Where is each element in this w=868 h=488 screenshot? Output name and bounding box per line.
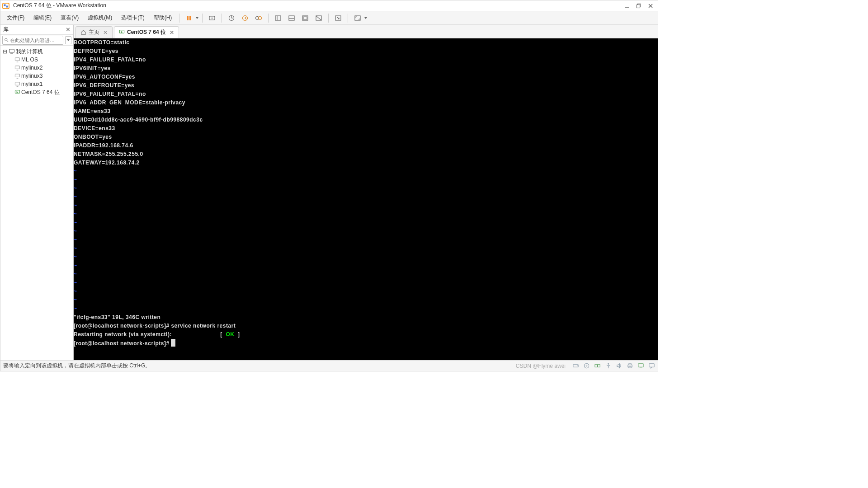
display-icon[interactable] (637, 362, 644, 370)
vm-icon (14, 73, 20, 79)
tree-item-label: mylinux2 (21, 65, 42, 71)
tree-item-mylinux3[interactable]: mylinux3 (1, 72, 72, 80)
tree-item-mylinux1[interactable]: mylinux1 (1, 80, 72, 88)
separator (222, 14, 222, 23)
vm-running-icon (14, 89, 20, 95)
svg-rect-0 (3, 3, 9, 9)
svg-rect-2 (6, 5, 8, 7)
svg-rect-33 (9, 49, 14, 52)
tab-centos7[interactable]: CentOS 7 64 位 ✕ (114, 26, 179, 38)
svg-point-30 (5, 38, 7, 41)
svg-point-12 (212, 17, 213, 19)
svg-rect-37 (15, 66, 19, 69)
status-text: 要将输入定向到该虚拟机，请在虚拟机内部单击或按 Ctrl+G。 (3, 362, 151, 370)
restore-button[interactable] (635, 2, 642, 9)
cd-dvd-icon[interactable] (583, 362, 590, 370)
svg-point-48 (577, 366, 578, 366)
svg-rect-5 (637, 5, 640, 8)
show-thumbnail-icon[interactable] (286, 12, 297, 24)
printer-icon[interactable] (626, 362, 633, 370)
tree-item-label: CentOS 7 64 位 (21, 89, 60, 96)
separator (348, 14, 348, 23)
minimize-button[interactable] (623, 2, 631, 9)
sidebar-close-icon[interactable]: ✕ (66, 26, 71, 33)
unity-mode-icon[interactable] (332, 12, 344, 24)
svg-rect-57 (628, 364, 631, 365)
status-bar: 要将输入定向到该虚拟机，请在虚拟机内部单击或按 Ctrl+G。 CSDN @Fl… (0, 360, 658, 371)
tab-bar: 主页 ✕ CentOS 7 64 位 ✕ (74, 25, 658, 38)
svg-rect-35 (15, 57, 19, 61)
svg-marker-46 (121, 31, 123, 33)
menu-tabs[interactable]: 选项卡(T) (117, 12, 149, 23)
svg-rect-9 (189, 16, 191, 20)
svg-rect-59 (638, 364, 643, 367)
search-input[interactable] (10, 38, 61, 43)
svg-line-26 (316, 16, 321, 20)
show-console-icon[interactable] (299, 12, 311, 24)
tree-item-mlos[interactable]: ML OS (1, 56, 72, 64)
snapshot-revert-icon[interactable] (239, 12, 251, 24)
fullscreen-dropdown[interactable] (363, 16, 368, 20)
separator (328, 14, 329, 23)
svg-rect-41 (15, 82, 19, 85)
svg-marker-32 (67, 39, 70, 41)
vm-tree: ⊟ 我的计算机 ML OS mylinux2 mylinux3 (0, 46, 73, 360)
tab-close-icon[interactable]: ✕ (103, 29, 108, 36)
expand-toggle-icon[interactable]: ⊟ (2, 48, 8, 55)
watermark-text: CSDN @Flyme awei (516, 363, 566, 369)
terminal-view[interactable]: BOOTPROTO=staticDEFROUTE=yesIPV4_FAILURE… (74, 38, 658, 360)
search-icon (4, 38, 9, 42)
tree-item-mylinux2[interactable]: mylinux2 (1, 64, 72, 72)
close-button[interactable] (647, 2, 654, 9)
snapshot-take-icon[interactable] (226, 12, 237, 24)
usb-controller-icon[interactable] (604, 362, 612, 370)
title-bar: CentOS 7 64 位 - VMware Workstation (0, 0, 658, 11)
tree-root-label: 我的计算机 (16, 48, 43, 56)
menu-view[interactable]: 查看(V) (56, 12, 83, 23)
menu-help[interactable]: 帮助(H) (149, 12, 177, 23)
home-icon (80, 29, 86, 35)
svg-marker-55 (617, 364, 619, 368)
svg-marker-29 (364, 17, 367, 19)
svg-marker-10 (196, 17, 198, 19)
svg-point-50 (586, 365, 587, 366)
library-sidebar: 库 ✕ ⊟ 我的计算机 ML OS (0, 25, 74, 360)
vmware-app-icon (2, 2, 9, 9)
snapshot-manager-icon[interactable] (253, 12, 264, 24)
separator (268, 14, 269, 23)
sound-card-icon[interactable] (615, 362, 623, 370)
network-adapter-icon[interactable] (594, 362, 601, 370)
tab-close-icon[interactable]: ✕ (170, 29, 174, 36)
search-dropdown[interactable] (65, 36, 71, 44)
tree-root-my-computer[interactable]: ⊟ 我的计算机 (1, 47, 72, 56)
stretch-guest-icon[interactable] (313, 12, 325, 24)
show-library-icon[interactable] (272, 12, 284, 24)
tab-label: CentOS 7 64 位 (127, 28, 166, 36)
svg-rect-21 (289, 16, 294, 20)
tree-item-label: mylinux3 (21, 73, 42, 79)
svg-rect-52 (598, 365, 600, 367)
menu-vm[interactable]: 虚拟机(M) (83, 12, 117, 23)
svg-marker-44 (16, 91, 18, 93)
svg-rect-24 (303, 17, 307, 19)
hard-disk-icon[interactable] (572, 362, 579, 370)
svg-line-31 (7, 41, 8, 42)
search-box[interactable] (2, 36, 63, 45)
vm-running-icon (119, 29, 125, 35)
window-title: CentOS 7 64 位 - VMware Workstation (13, 2, 623, 9)
svg-rect-1 (4, 4, 6, 6)
tree-item-label: ML OS (21, 56, 38, 63)
svg-rect-39 (15, 74, 19, 77)
power-dropdown[interactable] (195, 16, 199, 20)
pause-button[interactable] (183, 12, 195, 24)
tree-item-label: mylinux1 (21, 81, 42, 87)
message-log-icon[interactable] (648, 362, 655, 370)
menubar: 文件(F) 编辑(E) 查看(V) 虚拟机(M) 选项卡(T) 帮助(H) (0, 11, 658, 25)
fullscreen-icon[interactable] (352, 12, 363, 24)
computer-icon (9, 48, 15, 55)
menu-edit[interactable]: 编辑(E) (29, 12, 56, 23)
menu-file[interactable]: 文件(F) (2, 12, 29, 23)
tab-home[interactable]: 主页 ✕ (75, 26, 113, 38)
tree-item-centos7[interactable]: CentOS 7 64 位 (1, 88, 72, 96)
send-ctrl-alt-del-icon[interactable] (206, 12, 218, 24)
